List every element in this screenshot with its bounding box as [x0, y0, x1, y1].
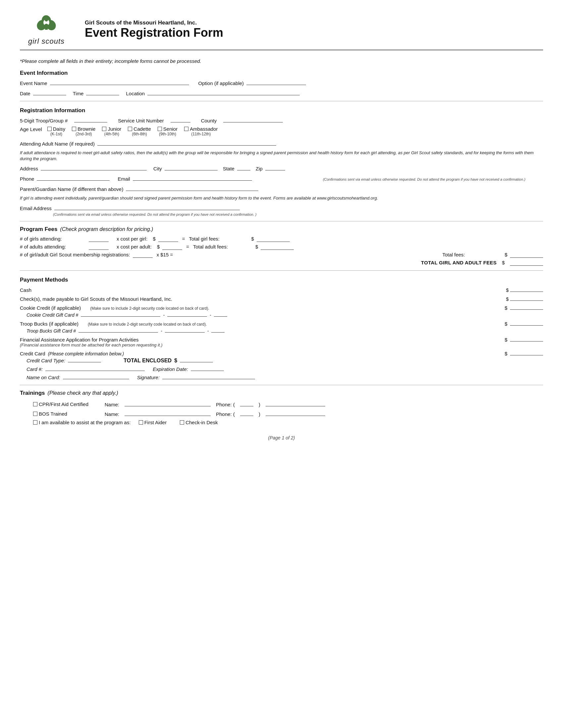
bos-label: BOS Trained: [39, 411, 67, 417]
bos-phone-area-field[interactable]: [240, 410, 253, 416]
phone-field[interactable]: [37, 175, 110, 181]
phone-email-row: Phone Email (Confirmations sent via emai…: [20, 175, 543, 182]
zip-field[interactable]: [265, 164, 285, 170]
svg-point-4: [45, 18, 48, 22]
adults-count-field[interactable]: [89, 244, 109, 250]
cpr-phone-field[interactable]: [265, 400, 325, 406]
form-title: Event Registration Form: [85, 26, 223, 39]
check-field[interactable]: [510, 295, 543, 301]
checkin-desk-checkbox[interactable]: [180, 420, 184, 425]
total-girl-adult-row: TOTAL GIRL AND ADULT FEES $: [20, 260, 543, 266]
location-field[interactable]: [147, 89, 300, 95]
ambassador-checkbox[interactable]: [184, 127, 188, 131]
membership-total-field[interactable]: [510, 252, 543, 258]
troop-bucks-end-field[interactable]: [211, 327, 224, 333]
membership-count-field[interactable]: [133, 252, 153, 258]
senior-checkbox[interactable]: [158, 127, 162, 131]
brownie-checkbox[interactable]: [72, 127, 76, 131]
troop-bucks-number-field[interactable]: [78, 327, 158, 333]
first-aider-checkbox[interactable]: [139, 420, 143, 425]
cash-label: Cash: [20, 287, 503, 293]
cc-number-field[interactable]: [45, 365, 145, 371]
cc-expiry-label: Expiration Date:: [153, 366, 188, 372]
cc-name-field[interactable]: [63, 373, 129, 379]
age-junior[interactable]: Junior (4th-5th): [102, 126, 121, 136]
address-field[interactable]: [41, 164, 147, 170]
age-level-row: Age Level Daisy (K-1st) Brownie (2nd-3rd…: [20, 126, 543, 136]
event-info-section-title: Event Information: [20, 70, 543, 76]
service-unit-field[interactable]: [170, 116, 190, 122]
bos-name-field[interactable]: [124, 410, 211, 416]
bos-phone-field[interactable]: [265, 410, 325, 416]
adults-count-label: # of adults attending:: [20, 244, 86, 250]
org-title: Girl Scouts of the Missouri Heartland, I…: [85, 20, 223, 39]
state-field[interactable]: [237, 164, 250, 170]
total-girl-adult-field[interactable]: [510, 260, 543, 266]
girls-cost-field[interactable]: [158, 236, 178, 242]
total-enclosed-field[interactable]: [180, 356, 213, 362]
cash-field[interactable]: [510, 286, 543, 292]
option-field[interactable]: [246, 79, 306, 85]
financial-assistance-dollar: $: [505, 337, 507, 342]
cash-amount: $: [506, 286, 543, 293]
age-cadette[interactable]: Cadette (6th-8th): [128, 126, 151, 136]
assist-checkbox[interactable]: [33, 420, 37, 425]
troop-bucks-field[interactable]: [510, 320, 543, 326]
credit-card-field[interactable]: [510, 349, 543, 355]
attending-adult-field[interactable]: [97, 140, 276, 146]
age-brownie[interactable]: Brownie (2nd-3rd): [72, 126, 95, 136]
cookie-gift-card-number-field[interactable]: [81, 311, 160, 317]
city-field[interactable]: [164, 164, 217, 170]
cc-expiry-field[interactable]: [191, 365, 224, 371]
cc-type-label: Credit Card Type:: [26, 358, 65, 363]
email-field[interactable]: [133, 175, 252, 181]
cpr-name-field[interactable]: [124, 400, 211, 406]
cookie-gift-card-mid-field[interactable]: [167, 311, 207, 317]
troop-field[interactable]: [74, 116, 107, 122]
cc-signature-field[interactable]: [162, 373, 255, 379]
time-field[interactable]: [86, 89, 119, 95]
cookie-gift-card-label: Cookie Credit Gift Card #: [26, 312, 78, 318]
girl-scouts-logo-icon: [33, 13, 60, 36]
age-daisy[interactable]: Daisy (K-1st): [47, 126, 66, 136]
girls-count-field[interactable]: [89, 236, 109, 242]
location-label: Location: [126, 91, 145, 96]
daisy-checkbox[interactable]: [47, 127, 52, 131]
date-field[interactable]: [33, 89, 66, 95]
age-senior[interactable]: Senior (9th-10th): [158, 126, 177, 136]
email-address-field[interactable]: [54, 204, 240, 210]
adults-cost-label: x cost per adult:: [117, 244, 152, 250]
program-fees-title-row: Program Fees (Check program description …: [20, 226, 543, 233]
cpr-checkbox[interactable]: [33, 402, 37, 406]
event-name-field[interactable]: [50, 79, 189, 85]
parent-field[interactable]: [126, 185, 258, 191]
adults-total-field[interactable]: [260, 244, 294, 250]
email-note: (Confirmations sent via email unless oth…: [323, 177, 525, 181]
troop-bucks-note: (Make sure to include 2-digit security c…: [88, 322, 207, 327]
cpr-phone-area-field[interactable]: [240, 400, 253, 406]
adults-dollar-sign: $: [157, 244, 160, 250]
cookie-credit-field[interactable]: [510, 304, 543, 310]
troop-bucks-section: Troop Bucks (if applicable) (Make sure t…: [20, 320, 543, 334]
cadette-checkbox[interactable]: [128, 127, 132, 131]
girls-total-field[interactable]: [257, 236, 290, 242]
financial-assistance-field[interactable]: [510, 336, 543, 341]
age-ambassador[interactable]: Ambassador (11th-12th): [184, 126, 217, 136]
logo-area: girl scouts: [20, 13, 73, 46]
bos-checkbox[interactable]: [33, 412, 37, 416]
county-field[interactable]: [223, 116, 283, 122]
troop-bucks-mid-field[interactable]: [165, 327, 205, 333]
junior-checkbox[interactable]: [102, 127, 106, 131]
email-address-label: Email Address: [20, 205, 52, 211]
total-girl-adult-dollar: $: [502, 260, 505, 265]
daisy-label: Daisy: [53, 126, 66, 132]
cash-dollar: $: [506, 287, 509, 293]
adults-cost-field[interactable]: [162, 244, 182, 250]
program-fees-title: Program Fees: [20, 226, 57, 233]
cookie-gift-card-end-field[interactable]: [214, 311, 227, 317]
adults-fee-row: # of adults attending: x cost per adult:…: [20, 244, 543, 250]
zip-label: Zip: [256, 166, 262, 171]
troop-bucks-dollar: $: [505, 321, 507, 327]
cc-type-field[interactable]: [68, 356, 101, 362]
cookie-credit-section: Cookie Credit (if applicable) (Make sure…: [20, 304, 543, 318]
